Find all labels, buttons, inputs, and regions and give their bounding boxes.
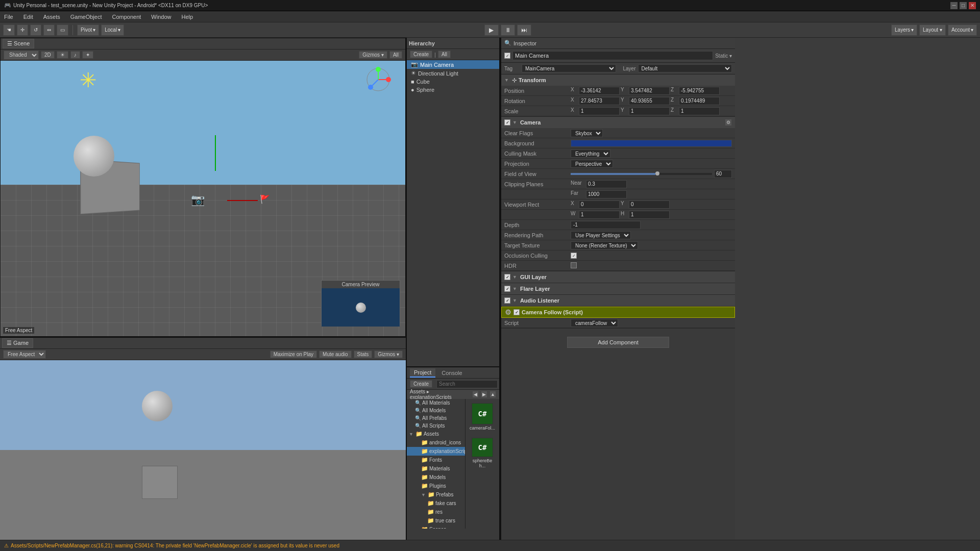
hand-tool-button[interactable]: ☚ [3,24,15,36]
hierarchy-item-main-camera[interactable]: 📷 Main Camera [407,60,499,69]
play-button[interactable]: ▶ [484,24,499,36]
rect-tool-button[interactable]: ▭ [57,24,68,36]
viewport-y-input[interactable] [629,201,670,209]
camera-enabled-checkbox[interactable]: ✓ [504,119,510,126]
flare-layer-header[interactable]: ✓ ▼ Flare Layer [501,283,735,294]
project-tree-all-scripts[interactable]: 🔍 All Scripts [407,422,465,430]
project-search-input[interactable] [436,380,498,388]
rot-x-input[interactable]: 27.84573 [579,97,620,105]
project-tree-prefabs[interactable]: ▼ 📁 Prefabs [407,490,465,499]
move-tool-button[interactable]: ✛ [17,24,28,36]
fov-slider[interactable] [571,173,712,175]
clear-flags-dropdown[interactable]: Skybox [571,129,603,137]
gizmos-button[interactable]: Gizmos ▾ [359,51,387,59]
game-gizmos-button[interactable]: Gizmos ▾ [374,350,403,358]
object-enabled-checkbox[interactable]: ✓ [504,53,510,59]
menu-gameobject[interactable]: GameObject [68,13,104,21]
pos-y-input[interactable]: 3.547482 [629,87,670,95]
local-button[interactable]: Local ▾ [101,24,124,36]
layer-dropdown[interactable]: Default [638,64,732,72]
project-tree-models[interactable]: 📁 Models [407,473,465,482]
hierarchy-item-sphere[interactable]: ● Sphere [407,86,499,94]
add-component-button[interactable]: Add Component [567,337,669,348]
hierarchy-item-directional-light[interactable]: ☀ Directional Light [407,69,499,78]
fov-input[interactable] [714,170,732,178]
maximize-button[interactable]: □ [960,2,967,9]
layout-button[interactable]: Layout ▾ [919,24,946,36]
camera-settings-button[interactable]: ⚙ [725,119,732,126]
menu-file[interactable]: File [2,13,15,21]
minimize-button[interactable]: ─ [950,2,958,9]
rot-z-input[interactable]: 0.1974489 [679,97,720,105]
scale-x-input[interactable]: 1 [579,107,620,115]
project-tree-all-materials[interactable]: 🔍 All Materials [407,399,465,407]
hierarchy-all-button[interactable]: All [438,51,451,58]
background-value[interactable] [571,140,732,147]
lighting-button[interactable]: ☀ [57,51,68,59]
audio-listener-enabled-checkbox[interactable]: ✓ [504,297,510,304]
gui-layer-enabled-checkbox[interactable]: ✓ [504,274,510,280]
project-create-button[interactable]: Create [410,380,432,388]
project-tree-all-models[interactable]: 🔍 All Models [407,407,465,414]
close-button[interactable]: ✕ [969,2,976,9]
inspector-scroll[interactable]: ✓ Static ▾ Tag MainCamera Layer Default … [501,49,735,540]
rendering-path-dropdown[interactable]: Use Player Settings [571,231,631,239]
hierarchy-item-cube[interactable]: ■ Cube [407,78,499,86]
camera-follow-enabled-checkbox[interactable]: ✓ [513,309,520,315]
audio-button[interactable]: ♪ [70,51,80,59]
pause-button[interactable]: ⏸ [501,24,515,36]
viewport-h-input[interactable] [629,211,670,219]
tag-dropdown[interactable]: MainCamera [522,64,616,72]
depth-input[interactable] [571,221,641,229]
project-tree-fonts[interactable]: 📁 Fonts [407,456,465,464]
menu-assets[interactable]: Assets [41,13,62,21]
rotate-tool-button[interactable]: ↺ [30,24,41,36]
project-tree-scenes[interactable]: 📁 Scenes [407,525,465,529]
stats-button[interactable]: Stats [354,350,373,358]
project-tree-assets[interactable]: ▼ 📁 Assets [407,430,465,438]
all-button[interactable]: All [389,51,402,59]
mute-audio-button[interactable]: Mute audio [319,350,351,358]
aspect-dropdown[interactable]: Free Aspect [3,350,46,359]
culling-mask-dropdown[interactable]: Everything [571,149,610,158]
viewport-w-input[interactable] [579,211,620,219]
audio-listener-header[interactable]: ✓ ▼ Audio Listener [501,295,735,306]
layers-button[interactable]: Layers ▾ [891,24,917,36]
shading-dropdown[interactable]: Shaded [4,51,39,60]
project-tree-explanation-scripts[interactable]: 📁 explanationScripts [407,447,465,456]
background-color-field[interactable] [571,140,732,147]
scene-content[interactable]: ✳ 🚩 📷 [1,61,405,336]
pos-z-input[interactable]: -5.942755 [679,87,720,95]
menu-window[interactable]: Window [149,13,173,21]
hdr-checkbox[interactable] [571,262,577,268]
scale-y-input[interactable]: 1 [629,107,670,115]
asset-sphere-behavior[interactable]: C# sphereBeh... [470,438,495,468]
fx-button[interactable]: ✦ [82,51,93,59]
breadcrumb-up[interactable]: ▲ [489,391,496,398]
target-texture-dropdown[interactable]: None (Render Texture) [571,241,638,249]
script-dropdown[interactable]: cameraFollow [571,319,618,327]
pos-x-input[interactable]: -3.36142 [579,87,620,95]
asset-camera-follow[interactable]: C# cameraFol... [470,403,495,434]
camera-follow-header[interactable]: ⚙ ✓ Camera Follow (Script) [501,307,735,318]
transform-header[interactable]: ▼ ⊹ Transform [501,74,735,86]
scale-z-input[interactable]: 1 [679,107,720,115]
flare-layer-enabled-checkbox[interactable]: ✓ [504,286,510,292]
menu-edit[interactable]: Edit [21,13,35,21]
camera-header[interactable]: ✓ ▼ Camera ⚙ [501,117,735,128]
console-tab[interactable]: Console [437,369,466,377]
account-button[interactable]: Account ▾ [948,24,977,36]
project-tree-fake-cars[interactable]: 📁 fake cars [407,499,465,508]
maximize-play-button[interactable]: Maximize on Play [270,350,317,358]
breadcrumb-back[interactable]: ◀ [472,391,479,398]
2d-button[interactable]: 2D [41,51,55,59]
scene-tab[interactable]: ☰ Scene [3,39,34,48]
occlusion-checkbox[interactable]: ✓ [571,253,577,259]
scale-tool-button[interactable]: ⇔ [43,24,55,36]
far-input[interactable] [586,190,627,198]
project-tree-all-prefabs[interactable]: 🔍 All Prefabs [407,414,465,422]
project-tree-plugins[interactable]: 📁 Plugins [407,482,465,490]
pivot-button[interactable]: Pivot ▾ [77,24,99,36]
project-tab[interactable]: Project [410,368,435,378]
project-tree-materials[interactable]: 📁 Materials [407,464,465,473]
